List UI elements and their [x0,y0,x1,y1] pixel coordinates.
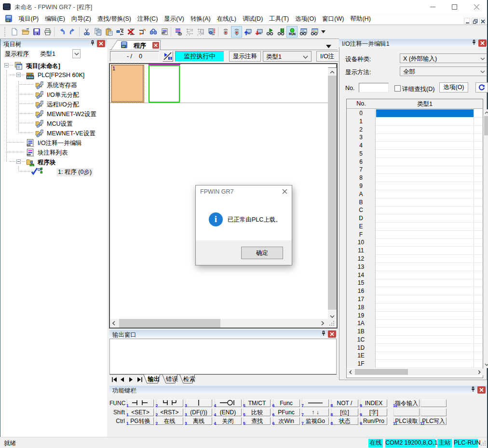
fk-Ctrl-8[interactable]: 状态 [331,417,358,425]
io-comment-cell[interactable] [376,255,474,263]
refresh-button[interactable] [475,82,488,92]
menu-向导(Z)[interactable]: 向导(Z) [68,13,94,25]
fk-Ctrl-9[interactable]: Run/Pro [360,417,387,425]
io-comment-cell[interactable] [376,352,474,360]
print-icon[interactable] [42,26,53,38]
io-comment-cell[interactable] [376,182,474,190]
fk-FUNC-col11[interactable] [420,399,447,407]
pin-icon[interactable] [471,40,477,46]
io-row-1C[interactable]: 1C [347,336,483,344]
io-comment-cell[interactable] [376,319,474,328]
tree-node-label[interactable]: 项目[未命名] [26,62,60,70]
open-icon[interactable] [20,26,31,38]
fk-Shift-3[interactable]: (DF(/)) [185,408,212,416]
tree-node-MEWNET-W2-[interactable]: MEWNET-W2设置 [0,109,107,119]
copy-icon[interactable] [92,26,103,38]
monitor-run-icon[interactable] [264,26,275,38]
io-row-1[interactable]: 1 [347,118,483,126]
io-comment-cell[interactable] [376,109,474,118]
maximize-button[interactable] [444,0,465,13]
tab-close-icon[interactable] [152,42,159,49]
ladder-cursor-cell[interactable]: 1 [111,65,144,103]
io-comment-cell[interactable] [376,133,474,142]
io-comment-cell[interactable] [376,150,474,158]
io-comment-cell[interactable] [376,238,474,247]
tree-node--I-O-[interactable]: 远程I/O分配 [0,99,107,109]
fk-Shift-5[interactable]: 比较 [244,408,271,416]
tree-node-label[interactable]: 程序块 [38,158,56,167]
io-comment-cell[interactable] [376,287,474,295]
monitor-toggle-button[interactable] [163,51,173,62]
io-vscroll-thumb[interactable] [484,116,488,135]
find-icon[interactable] [148,26,159,38]
scroll-up-icon[interactable] [485,111,488,114]
io-row-14[interactable]: 14 [347,271,483,279]
fk-Shift-9[interactable]: [字] [360,408,387,416]
fk-Shift-7[interactable]: ↑ ↓ [302,408,329,416]
scroll-left-icon[interactable] [112,321,115,326]
run-mode-icon[interactable]: RUN [286,26,298,38]
editor-hscroll-thumb[interactable] [119,319,220,328]
pin-icon[interactable] [470,386,476,393]
io-comment-cell[interactable] [376,142,474,150]
fk-Shift-col10[interactable] [393,408,420,416]
io-row-11[interactable]: 11 [347,247,483,255]
tree-node-label[interactable]: 系统寄存器 [47,81,77,90]
io-row-A[interactable]: A [347,190,483,198]
menu-选项(O)[interactable]: 选项(O) [292,13,319,25]
new-icon[interactable] [9,26,20,38]
tree-node--[interactable]: 系统寄存器 [0,80,107,90]
ladder-delete-icon[interactable] [125,26,136,38]
io-row-9[interactable]: 9 [347,182,483,190]
project-tree-close-icon[interactable] [97,40,105,47]
io-comment-cell[interactable] [376,360,474,368]
scroll-left-icon[interactable] [349,370,352,374]
function-bar-close-icon[interactable] [477,386,486,394]
tree-node-label[interactable]: I/O单元分配 [47,91,79,99]
fk-FUNC-8[interactable]: NOT / [331,399,358,407]
close-button[interactable] [466,0,488,13]
tree-node-PLC-FP2SH-60K-[interactable]: PLC[FP2SH 60K] [0,70,107,80]
io-comment-cell[interactable] [376,336,474,344]
tab-program[interactable]: 程序 [111,40,161,50]
tree-node-label[interactable]: I/O注释一并编辑 [38,139,82,147]
tree-node--[interactable]: 项目[未命名] [0,61,107,70]
scroll-right-icon[interactable] [478,370,481,374]
program-convert-icon[interactable] [206,26,217,38]
plc-online-icon[interactable] [231,26,242,38]
tree-node-label[interactable]: 远程I/O分配 [47,101,79,109]
fk-Shift-4[interactable]: (END) [215,408,242,416]
fk-FUNC-3-vertical-line-icon[interactable] [185,399,212,407]
io-row-1E[interactable]: 1E [347,352,483,360]
io-panel-close-icon[interactable] [478,40,487,47]
prev-tab-icon[interactable] [120,377,124,382]
io-comment-cell[interactable] [376,206,474,214]
fk-FUNC-9[interactable]: INDEX [360,399,387,407]
fk-Ctrl-12[interactable]: PLC写入 [420,417,447,425]
fk-Ctrl-11[interactable]: PLC读取 [393,417,420,425]
io-row-E[interactable]: E [347,223,483,231]
tree-node-label[interactable]: MCU设置 [47,120,72,128]
io-row-0[interactable]: 0 [347,109,483,118]
menu-转换(A)[interactable]: 转换(A) [187,13,214,25]
io-row-12[interactable]: 12 [347,255,483,263]
io-row-B[interactable]: B [347,198,483,207]
fk-Shift-8[interactable]: [位] [331,408,358,416]
tab-list-dropdown[interactable] [326,43,332,47]
io-row-17[interactable]: 17 [347,295,483,303]
output-tab-输出[interactable]: 输出 [143,374,164,383]
io-comment-cell[interactable] [376,312,474,320]
io-comment-cell[interactable] [376,247,474,255]
tree-node-I-O-[interactable]: I/O注释一并编辑 [0,138,107,147]
fk-Ctrl-6[interactable]: 次Win [273,417,300,425]
upload-from-plc-icon[interactable] [242,26,253,38]
next-tab-icon[interactable] [129,377,133,382]
window-resize-grip[interactable] [481,441,487,447]
first-tab-icon[interactable] [111,377,117,382]
fk-Ctrl-4[interactable]: 关闭 [215,417,242,425]
io-row-F[interactable]: F [347,231,483,239]
tree-node-label[interactable]: 1: 程序 (0步) [56,168,93,176]
fk-FUNC-2-contact-or-icon[interactable] [156,399,183,407]
fk-FUNC-5[interactable]: TM/CT [244,399,271,407]
status-display-icon[interactable] [298,26,309,38]
